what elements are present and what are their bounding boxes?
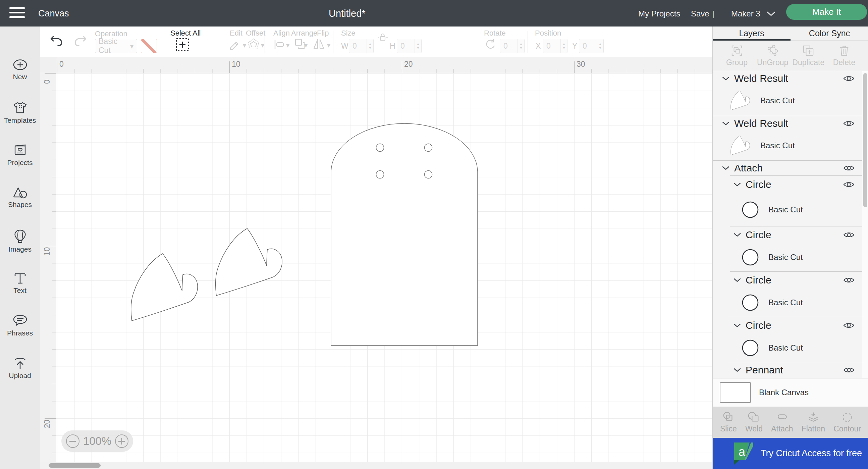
hole-circle-shape[interactable] <box>425 171 432 179</box>
chevron-down-icon[interactable] <box>327 41 330 49</box>
panel-scrollbar[interactable] <box>862 71 868 378</box>
zoom-out-button[interactable] <box>66 434 80 448</box>
visibility-eye-icon[interactable] <box>843 181 855 188</box>
chevron-down-icon[interactable] <box>304 41 308 49</box>
chevron-down-icon[interactable] <box>722 166 730 170</box>
layer-group-header[interactable]: Circle <box>713 317 862 334</box>
sidebar-item-upload[interactable]: Upload <box>0 357 40 380</box>
layer-group-header[interactable]: Circle <box>713 272 862 288</box>
machine-select[interactable]: Maker 3 <box>731 9 760 19</box>
select-all-icon[interactable] <box>176 38 189 52</box>
color-swatch[interactable] <box>141 39 157 53</box>
height-input[interactable]: 0 <box>397 39 422 53</box>
chevron-down-icon[interactable] <box>243 41 246 49</box>
layer-group-header[interactable]: Attach <box>713 161 862 176</box>
layer-group-circle[interactable]: Circle Basic Cut <box>713 176 862 227</box>
layer-item-basic-cut[interactable]: Basic Cut <box>713 288 862 317</box>
flatten-button[interactable]: Flatten <box>802 407 825 438</box>
hole-circle-shape[interactable] <box>376 144 384 152</box>
layer-group-attach[interactable]: Attach <box>713 161 862 176</box>
layer-group-header[interactable]: Weld Result <box>713 71 862 86</box>
chevron-down-icon[interactable] <box>734 278 741 282</box>
tab-layers[interactable]: Layers <box>713 27 790 40</box>
stepper-arrows-icon[interactable] <box>597 39 603 53</box>
make-it-button[interactable]: Make It <box>786 4 867 20</box>
layer-item-basic-cut[interactable]: Basic Cut <box>713 131 862 160</box>
sidebar-item-templates[interactable]: Templates <box>0 101 40 124</box>
design-canvas[interactable]: 100% <box>56 73 712 469</box>
weld-button[interactable]: Weld <box>745 407 763 438</box>
canvas-menu-label[interactable]: Canvas <box>38 8 69 19</box>
layer-group-header[interactable]: Circle <box>713 176 862 193</box>
contour-button[interactable]: Contour <box>833 407 861 438</box>
weld-leaf-shape[interactable] <box>216 228 282 295</box>
stepper-arrows-icon[interactable] <box>367 39 373 53</box>
operation-dropdown[interactable]: Basic Cut <box>95 39 137 53</box>
lock-icon[interactable] <box>377 33 389 42</box>
layer-group-weld-result[interactable]: Weld Result Basic Cut <box>713 116 862 161</box>
select-all-label[interactable]: Select All <box>170 29 201 38</box>
layer-group-header[interactable]: Weld Result <box>713 116 862 131</box>
chevron-down-icon[interactable] <box>722 76 730 81</box>
pencil-icon[interactable] <box>228 38 242 52</box>
width-input[interactable]: 0 <box>349 39 374 53</box>
sidebar-item-text[interactable]: Text <box>0 273 40 294</box>
chevron-down-icon[interactable] <box>734 183 741 187</box>
cricut-access-banner[interactable]: a Try Cricut Access for free <box>713 438 868 469</box>
stepper-arrows-icon[interactable] <box>560 39 567 53</box>
visibility-eye-icon[interactable] <box>843 322 855 329</box>
slice-button[interactable]: Slice <box>720 407 737 438</box>
chevron-down-icon[interactable] <box>722 121 730 126</box>
document-title[interactable]: Untitled* <box>329 8 366 19</box>
x-input[interactable]: 0 <box>542 39 567 53</box>
visibility-eye-icon[interactable] <box>843 75 855 82</box>
layer-item-basic-cut[interactable]: Basic Cut <box>713 193 862 226</box>
sidebar-item-projects[interactable]: Projects <box>0 144 40 167</box>
tab-color-sync[interactable]: Color Sync <box>790 27 868 40</box>
stepper-arrows-icon[interactable] <box>518 39 524 53</box>
rotate-icon[interactable] <box>484 39 497 51</box>
visibility-eye-icon[interactable] <box>843 366 855 374</box>
my-projects-link[interactable]: My Projects <box>638 9 680 19</box>
weld-leaf-shape[interactable] <box>131 254 198 321</box>
sidebar-item-shapes[interactable]: Shapes <box>0 187 40 209</box>
layer-item-basic-cut[interactable]: Basic Cut <box>713 86 862 116</box>
offset-icon[interactable] <box>247 38 260 52</box>
hole-circle-shape[interactable] <box>376 171 384 179</box>
visibility-eye-icon[interactable] <box>843 276 855 284</box>
visibility-eye-icon[interactable] <box>843 231 855 239</box>
flip-icon[interactable] <box>312 38 326 51</box>
hamburger-menu-icon[interactable] <box>9 7 25 20</box>
layer-group-header[interactable]: Pennant <box>713 363 862 377</box>
align-icon[interactable] <box>273 39 285 51</box>
layer-item-basic-cut[interactable]: Basic Cut <box>713 243 862 272</box>
layer-group-circle[interactable]: Circle Basic Cut <box>713 227 862 272</box>
visibility-eye-icon[interactable] <box>843 120 855 127</box>
chevron-down-icon[interactable] <box>734 323 741 328</box>
attach-button[interactable]: Attach <box>771 407 793 438</box>
sidebar-item-phrases[interactable]: Phrases <box>0 314 40 337</box>
chevron-down-icon[interactable] <box>261 41 264 49</box>
chevron-down-icon[interactable] <box>734 233 741 237</box>
rotate-input[interactable]: 0 <box>500 39 525 53</box>
zoom-in-button[interactable] <box>115 434 128 448</box>
undo-icon[interactable] <box>49 35 63 47</box>
horizontal-scrollbar[interactable] <box>40 462 712 469</box>
sidebar-item-images[interactable]: Images <box>0 229 40 253</box>
chevron-down-icon[interactable] <box>734 368 741 372</box>
hole-circle-shape[interactable] <box>425 144 432 152</box>
chevron-down-icon[interactable] <box>767 11 775 17</box>
layer-group-weld-result[interactable]: Weld Result Basic Cut <box>713 71 862 116</box>
chevron-down-icon[interactable] <box>286 41 289 49</box>
scrollbar-thumb[interactable] <box>863 73 867 207</box>
layer-group-circle[interactable]: Circle Basic Cut <box>713 317 862 363</box>
stepper-arrows-icon[interactable] <box>414 39 421 53</box>
y-input[interactable]: 0 <box>579 39 604 53</box>
group-button[interactable]: Group <box>719 40 754 71</box>
save-link[interactable]: Save <box>691 9 709 19</box>
duplicate-button[interactable]: Duplicate <box>791 40 826 71</box>
layer-group-pennant[interactable]: Pennant <box>713 363 862 378</box>
layer-group-circle[interactable]: Circle Basic Cut <box>713 272 862 317</box>
visibility-eye-icon[interactable] <box>843 164 855 172</box>
layer-group-header[interactable]: Circle <box>713 227 862 243</box>
